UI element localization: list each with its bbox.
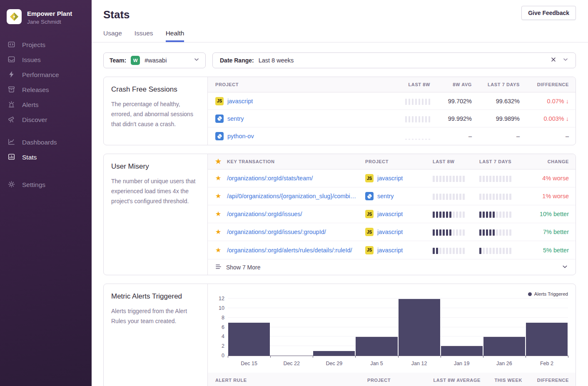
- chevron-down-icon[interactable]: [563, 57, 568, 64]
- show-more-label: Show 7 More: [226, 264, 260, 271]
- javascript-platform-icon: JS: [215, 97, 224, 105]
- x-axis-tick: [355, 356, 356, 358]
- avg-8w-value: 99.992%: [448, 115, 472, 122]
- last-7-days-value: 99.632%: [496, 98, 520, 105]
- page-title: Stats: [103, 8, 576, 21]
- tab-usage[interactable]: Usage: [103, 30, 122, 42]
- difference-value: 0.003% ↓: [544, 115, 569, 122]
- project-cell: python-ov: [215, 132, 384, 140]
- project-link[interactable]: javascript: [377, 175, 403, 182]
- x-axis-label: Dec 15: [228, 361, 270, 366]
- tab-health[interactable]: Health: [166, 30, 184, 42]
- sidebar-item-projects[interactable]: Projects: [0, 37, 92, 52]
- project-link[interactable]: javascript: [377, 247, 403, 254]
- transaction-link[interactable]: /organizations/:orgId/alerts/rules/detai…: [227, 247, 365, 254]
- x-axis-tick: [398, 356, 399, 358]
- sidebar-item-releases[interactable]: Releases: [0, 82, 92, 97]
- column-header: 8W AVG: [453, 82, 472, 87]
- x-axis-tick: [228, 356, 228, 358]
- python-platform-icon: [365, 192, 374, 200]
- metric-alerts-description-column: Metric Alerts Triggered Alerts triggered…: [104, 284, 208, 386]
- project-link[interactable]: python-ov: [227, 133, 254, 139]
- transaction-link[interactable]: /organizations/:orgId/stats/team/: [227, 175, 365, 182]
- project-link[interactable]: javascript: [377, 229, 403, 235]
- key-transaction-star-icon: ★: [215, 158, 227, 165]
- sidebar-item-alerts[interactable]: Alerts: [0, 97, 92, 112]
- x-axis-label: Jan 19: [441, 361, 483, 366]
- chart-bar-slot: [228, 299, 270, 356]
- table-row: JSjavascript99.702%99.632%0.07% ↓: [208, 92, 576, 110]
- transaction-link[interactable]: /organizations/:orgId/issues/: [227, 211, 365, 217]
- change-value: 1% worse: [542, 193, 569, 199]
- sidebar-item-discover[interactable]: Discover: [0, 112, 92, 127]
- date-range-selector[interactable]: Date Range: Last 8 weeks: [212, 52, 576, 68]
- date-range-label: Date Range:: [220, 57, 254, 64]
- project-cell: JSjavascript: [365, 246, 433, 254]
- crash-free-description-column: Crash Free Sessions The percentage of he…: [104, 77, 208, 145]
- change-value: 7% better: [543, 229, 569, 235]
- x-axis-label: Feb 2: [526, 361, 568, 366]
- chart-bar: [399, 299, 440, 356]
- score-bars: [433, 247, 479, 254]
- column-header: LAST 8W AVERAGE: [433, 378, 481, 383]
- metric-alerts-chart-area: Alerts Triggered Dec 15Dec 22Dec 29Jan 5…: [208, 284, 576, 386]
- transaction-link[interactable]: /api/0/organizations/{organization_slug}…: [227, 193, 365, 199]
- y-axis-tick-label: 10: [212, 305, 224, 311]
- releases-icon: [7, 85, 15, 95]
- project-link[interactable]: sentry: [377, 193, 394, 199]
- user-misery-table: ★KEY TRANSACTIONPROJECTLAST 8WLAST 7 DAY…: [208, 154, 576, 275]
- sidebar-item-performance[interactable]: Performance: [0, 67, 92, 82]
- column-header: PROJECT: [365, 159, 433, 164]
- score-bars: [479, 210, 527, 218]
- legend-dot-icon: [528, 292, 532, 296]
- project-link[interactable]: sentry: [227, 115, 244, 122]
- team-label: Team:: [110, 57, 126, 64]
- star-icon[interactable]: ★: [215, 229, 227, 235]
- last-7-days-score-cell: [479, 174, 527, 182]
- sidebar-item-settings[interactable]: Settings: [0, 177, 92, 192]
- last-7-days-score-cell: [479, 247, 527, 254]
- column-header: LAST 7 DAYS: [479, 159, 527, 164]
- sidebar-item-stats[interactable]: Stats: [0, 150, 92, 165]
- column-header: KEY TRANSACTION: [227, 159, 365, 164]
- star-icon[interactable]: ★: [215, 247, 227, 254]
- show-more-button[interactable]: Show 7 More: [208, 259, 576, 275]
- chart-gridline: [228, 298, 568, 299]
- last-8w-score-cell: [433, 247, 479, 254]
- sidebar-item-dashboards[interactable]: Dashboards: [0, 135, 92, 150]
- panel-description: Alerts triggered from the Alert Rules yo…: [111, 306, 200, 326]
- transaction-link[interactable]: /organizations/:orgId/issues/:groupId/: [227, 229, 365, 235]
- sidebar-item-label: Alerts: [22, 101, 39, 109]
- project-link[interactable]: javascript: [377, 211, 403, 217]
- panel-description: The number of unique users that experien…: [111, 176, 200, 206]
- score-bars: [479, 174, 527, 182]
- org-switcher[interactable]: Empower Plant Jane Schmidt: [0, 0, 92, 25]
- team-selector[interactable]: Team: W #wasabi: [103, 52, 206, 68]
- x-axis-tick: [441, 356, 441, 358]
- y-axis-tick-label: 8: [212, 315, 224, 321]
- star-icon[interactable]: ★: [215, 175, 227, 182]
- score-bars: [433, 174, 479, 182]
- user-misery-panel: User Misery The number of unique users t…: [103, 154, 576, 275]
- x-axis-tick: [270, 356, 271, 358]
- x-axis-tick: [526, 356, 526, 358]
- give-feedback-button[interactable]: Give Feedback: [521, 6, 576, 20]
- chart-bars: [228, 299, 568, 356]
- star-icon[interactable]: ★: [215, 193, 227, 199]
- star-icon[interactable]: ★: [215, 211, 227, 217]
- chart-bar-slot: [526, 299, 568, 356]
- chart-bar-slot: [313, 299, 355, 356]
- javascript-platform-icon: JS: [365, 210, 374, 218]
- score-bars: [479, 247, 527, 254]
- sidebar-item-label: Releases: [22, 86, 49, 94]
- last-7-days-score-cell: [479, 210, 527, 218]
- last-8w-score-cell: [433, 210, 479, 218]
- discover-icon: [7, 115, 15, 125]
- clear-icon[interactable]: [551, 57, 556, 64]
- y-axis-tick-label: 4: [212, 334, 224, 339]
- sidebar-item-issues[interactable]: Issues: [0, 52, 92, 67]
- score-bars: [433, 192, 479, 200]
- difference-value: –: [566, 133, 569, 139]
- project-link[interactable]: javascript: [227, 98, 253, 105]
- tab-issues[interactable]: Issues: [135, 30, 153, 42]
